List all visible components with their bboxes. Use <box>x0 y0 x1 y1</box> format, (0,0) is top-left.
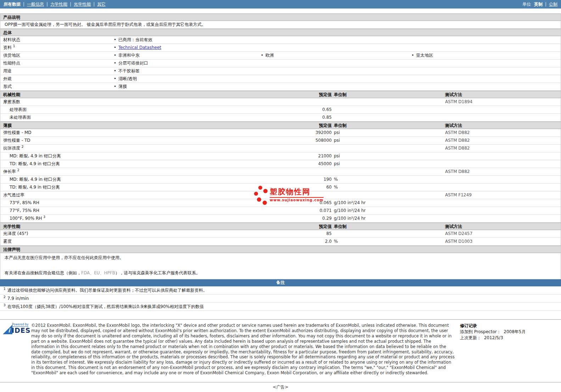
legal-text: 本产品无意在医疗应用中使用，亦不应在任何此类应用中使用。 有关潜在食品接触应用合… <box>0 253 561 279</box>
row-tensile-strength: 抗张强度 2 ASTM D882 <box>0 145 561 152</box>
row-features: 性能特点 •分层可搭接封口 <box>0 60 561 67</box>
row-treated-surface: 处理表面 0.65 <box>0 106 561 114</box>
nav-separator: | <box>70 2 71 7</box>
ides-logo[interactable]: i Powered by IDES <box>3 323 30 335</box>
bullet-icon: • <box>114 45 116 50</box>
bullet-icon: • <box>114 61 116 66</box>
footnote-1: 1通过这些链接您能够访问供应商资料。我们尽量保证及时更新资料；不过您可以从供应商… <box>0 286 561 295</box>
bullet-icon: • <box>114 37 116 42</box>
bullet-icon: • <box>114 76 116 81</box>
nav-separator: | <box>93 2 95 7</box>
legal-paragraph-medical: 本产品无意在医疗应用中使用，亦不应在任何此类应用中使用。 <box>5 255 561 261</box>
row-wvtr-73f: 73°F, 85% RH 0.065 g/100 in²/24 hr <box>0 199 561 207</box>
bullet-icon: • <box>114 68 116 73</box>
row-friction-coefficient: 摩擦系数 ASTM D1894 <box>0 98 561 106</box>
row-haze: 雾度 2.0 % ASTM D1003 <box>0 238 561 246</box>
footnote-2: 27.9 in/min <box>0 295 561 303</box>
legal-disclaimer-text: ©2012 ExxonMobil. ExxonMobil, the ExxonM… <box>30 323 455 376</box>
nav-separator: | <box>23 2 24 7</box>
legal-paragraph-food-contact: 有关潜在食品接触应用合规信息（例如，FDA、EU、HPFB），请与埃克森美孚化工… <box>5 270 561 276</box>
units-label: 单位 <box>522 1 531 7</box>
section-header-optical: 光学性能 预定值 单位制 测试方法 <box>0 223 561 230</box>
revision-record: 修订记录 添加到 Prospector： 2008年5月 上次更新： 2012/… <box>455 323 561 376</box>
footer: i Powered by IDES ©2012 ExxonMobil. Exxo… <box>0 319 561 376</box>
technical-datasheet-link[interactable]: Technical Datasheet <box>118 45 161 50</box>
row-wvtr-100f: 100°F, 90% RH 3 0.29 g/100 in²/24 hr <box>0 215 561 223</box>
ad-placeholder: <广告> <box>0 382 561 390</box>
unit-switcher: 单位 英制 | 公制 <box>522 1 557 7</box>
row-elongation: 伸长率 2 ASTM D882 <box>0 168 561 176</box>
revision-updated-row: 上次更新： 2012/5/3 <box>460 335 561 341</box>
notes-bar: 备注 <box>0 279 561 286</box>
bullet-icon: • <box>411 53 414 58</box>
ides-brand-label: IDES <box>12 326 31 334</box>
row-availability: 供货地区 •非洲和中东 •欧洲 •亚太地区 <box>0 52 561 60</box>
tab-other[interactable]: 其它 <box>97 1 106 7</box>
section-header-product-description: 产品说明 <box>0 13 561 21</box>
section-header-legal: 法律声明 <box>0 246 561 253</box>
bullet-icon: • <box>114 84 116 89</box>
section-header-film: 薄膜 预定值 单位制 测试方法 <box>0 122 561 129</box>
nav-tabs: 所有数据 | 一般信息 | 力学性能 | 光学性能 | 其它 <box>4 1 106 7</box>
row-elastic-modulus-md: 弹性模量 - MD 392000 psi ASTM D882 <box>0 129 561 137</box>
unit-imperial: 英制 <box>534 1 543 7</box>
tab-all-data: 所有数据 <box>4 1 21 7</box>
bullet-icon: • <box>114 53 116 58</box>
nav-separator: | <box>545 2 546 7</box>
tab-general-info[interactable]: 一般信息 <box>27 1 44 7</box>
bullet-icon: • <box>261 53 263 58</box>
revision-added-row: 添加到 Prospector： 2008年5月 <box>460 329 561 335</box>
row-wvtr-77f: 77°F, 75% RH 0.071 g/100 in²/24 hr <box>0 207 561 215</box>
row-form: 形式 •薄膜 <box>0 83 561 91</box>
section-header-general: 总体 <box>0 29 561 36</box>
row-elastic-modulus-td: 弹性模量 - TD 508000 psi ASTM D882 <box>0 137 561 145</box>
section-header-mechanical: 机械性能 预定值 单位制 测试方法 <box>0 91 561 98</box>
row-uses: 用途 •不干胶标签 <box>0 67 561 75</box>
row-tensile-md: MD: 断裂, 4.9 in 钳口分离 21000 psi <box>0 152 561 160</box>
tab-mechanical[interactable]: 力学性能 <box>50 1 67 7</box>
row-gloss: 光泽度 (45°) 85 ASTM D2457 <box>0 230 561 238</box>
product-description-text: OPP膜一面可镀金属处理，另一面可热封。 镀金属后单层应用于卧式包装，或复合后应… <box>0 21 561 29</box>
row-appearance: 外观 •清晰/透明 <box>0 75 561 83</box>
row-elongation-td: TD: 断裂, 4.9 in 钳口分离 60 % <box>0 184 561 191</box>
row-wvtr: 水气透过率 ASTM F1249 <box>0 191 561 199</box>
row-elongation-md: MD: 断裂, 4.9 in 钳口分离 190 % <box>0 176 561 184</box>
footnote-3: 3在华氏100度（摄氏38度）/100%相对湿度下测试，然后将结果乘以0.9来换… <box>0 303 561 311</box>
row-tensile-td: TD: 断裂, 4.9 in 钳口分离 45000 psi <box>0 160 561 168</box>
row-documents: 资料 1 •Technical Datasheet <box>0 44 561 52</box>
nav-separator: | <box>46 2 48 7</box>
row-material-status: 材料状态 •已商用：当前有效 <box>0 36 561 44</box>
row-untreated-surface: 未处理表面 0.85 <box>0 114 561 122</box>
top-nav-bar: 所有数据 | 一般信息 | 力学性能 | 光学性能 | 其它 单位 英制 | 公… <box>0 0 561 9</box>
tab-optical[interactable]: 光学性能 <box>74 1 91 7</box>
ides-i-glyph: i <box>8 327 10 334</box>
datasheet-table: 产品说明 OPP膜一面可镀金属处理，另一面可热封。 镀金属后单层应用于卧式包装，… <box>0 13 561 279</box>
ides-triangle-icon <box>3 325 12 334</box>
revision-title: 修订记录 <box>460 323 561 329</box>
unit-metric[interactable]: 公制 <box>549 1 557 7</box>
